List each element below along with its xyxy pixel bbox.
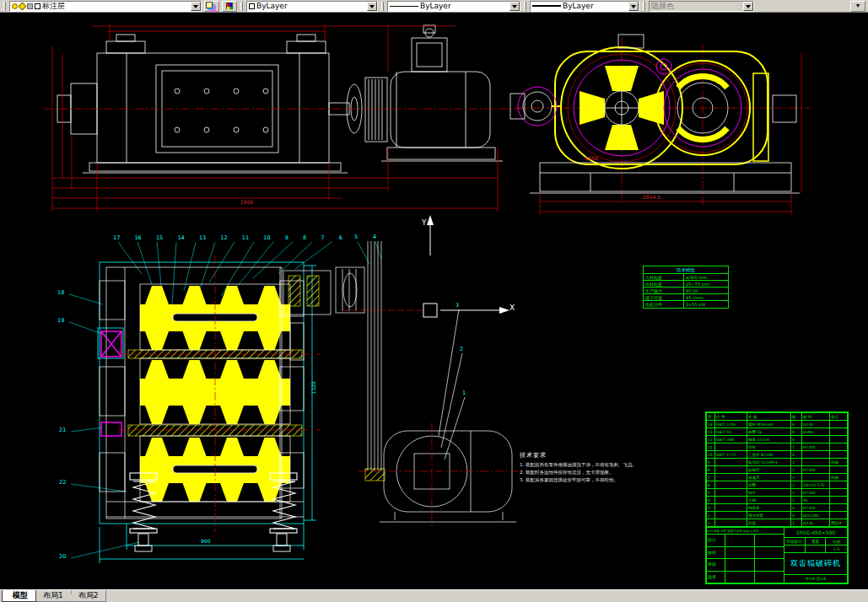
bom-row: 9 电动机 Y225M-4 1 外购 bbox=[707, 459, 847, 466]
layer-properties-button[interactable] bbox=[204, 1, 219, 12]
part-callout: 1 bbox=[462, 390, 466, 396]
autocad-window: 标注层 ByLayer ByLayer ByLayer 随颜色 ▾ bbox=[0, 0, 868, 602]
spec-row: 出料粒度 25~75 mm bbox=[644, 281, 728, 288]
toolbar-overflow-button[interactable]: ▾ bbox=[850, 1, 865, 12]
layer-combo[interactable]: 标注层 bbox=[9, 1, 202, 12]
stage-label: 阶段标记 bbox=[784, 538, 806, 546]
part-callout: 6 bbox=[339, 234, 342, 241]
bom-note bbox=[830, 497, 847, 503]
tab-layout2[interactable]: 布局2 bbox=[67, 590, 107, 602]
dropdown-arrow-icon bbox=[743, 2, 753, 11]
bom-row: 14 GB/T 5782 螺栓 M16×60 8 Q235 bbox=[707, 421, 847, 428]
tab-layout1[interactable]: 布局1 bbox=[32, 590, 72, 602]
bom-note bbox=[830, 512, 847, 519]
signature-date-cell bbox=[755, 559, 784, 571]
bom-no: 4 bbox=[707, 497, 715, 503]
bom-note: 外购 bbox=[830, 474, 847, 481]
bom-header-row: 序 代 号 名 称 数 材 料 备注 bbox=[707, 413, 847, 421]
layout-tab-bar: 模型 布局1 布局2 bbox=[0, 589, 868, 602]
bom-code bbox=[715, 512, 747, 519]
dropdown-arrow-icon[interactable] bbox=[509, 2, 520, 11]
bom-qty: 1 bbox=[791, 519, 802, 526]
weight-label: 重量 bbox=[806, 538, 827, 546]
spec-table: 技术特性 入料粒度 ≤300 mm 出料粒度 25~75 mm 生产能力 bbox=[643, 266, 729, 309]
bom-note bbox=[830, 421, 847, 427]
layer-on-icon[interactable] bbox=[12, 3, 18, 9]
bom-qty: 1 bbox=[791, 474, 802, 481]
dropdown-arrow-icon[interactable] bbox=[628, 2, 639, 11]
color-control-combo[interactable]: ByLayer bbox=[246, 1, 378, 12]
bom-no: 1 bbox=[707, 519, 715, 526]
toolbar-grip[interactable] bbox=[240, 2, 243, 11]
bom-code bbox=[715, 459, 747, 465]
bom-no: 12 bbox=[707, 436, 715, 443]
spec-value: 45 r/min bbox=[684, 294, 728, 301]
model-space-canvas[interactable]: Y X 1500 2014.5 Φ650 900 1320 1716151413… bbox=[0, 13, 868, 589]
bom-name: 缓冲弹簧 bbox=[747, 512, 791, 519]
section-view bbox=[69, 242, 385, 563]
toolbar-grip[interactable] bbox=[381, 2, 384, 11]
part-callout: 11 bbox=[242, 234, 249, 241]
signature-row: 审核 bbox=[707, 559, 784, 572]
plotstyle-control-combo: 随颜色 bbox=[649, 1, 754, 12]
bom-mat bbox=[802, 451, 830, 458]
technical-note-line: 2. 装配时各运动件应转动灵活，无卡滞现象。 bbox=[520, 469, 661, 476]
linetype-control-combo[interactable]: ByLayer bbox=[387, 1, 520, 12]
revision-header: 标记 处数 分区 更改文件号 签名 年月日 bbox=[707, 528, 784, 535]
bom-name: 联轴器 bbox=[747, 466, 791, 473]
bom-no: 6 bbox=[707, 481, 715, 488]
dropdown-arrow-icon[interactable] bbox=[191, 2, 201, 11]
weight-value bbox=[806, 546, 827, 553]
signature-date-cell bbox=[755, 535, 784, 546]
linetype-sample-icon bbox=[390, 6, 418, 7]
dropdown-arrow-icon[interactable] bbox=[367, 2, 377, 11]
bom-note: 外购 bbox=[830, 459, 847, 465]
spec-value: 85 t/h bbox=[684, 288, 728, 294]
bom-header-no: 序 bbox=[707, 413, 715, 420]
current-color-swatch bbox=[249, 3, 255, 9]
bom-no: 2 bbox=[707, 512, 715, 519]
toolbar-grip[interactable] bbox=[3, 2, 6, 11]
bom-row: 8 联轴器 1 HT200 bbox=[707, 466, 847, 474]
bom-header-note: 备注 bbox=[830, 413, 847, 420]
signature-name-cell bbox=[725, 572, 755, 583]
bom-name: 轴承座 bbox=[747, 504, 791, 511]
title-block: 序 代 号 名 称 数 材 料 备注 14 GB/T 5782 螺栓 M16×6… bbox=[705, 411, 849, 584]
title-labels-row: 阶段标记 重量 比例 bbox=[784, 538, 847, 546]
signature-row: 校核 bbox=[707, 547, 784, 560]
signature-label: 审核 bbox=[707, 559, 725, 571]
tab-model[interactable]: 模型 bbox=[2, 590, 36, 602]
bom-name: 三角带 B2240 bbox=[747, 451, 791, 458]
spec-name: 生产能力 bbox=[644, 288, 684, 294]
bom-mat: 65Mn bbox=[802, 428, 830, 435]
lineweight-control-combo[interactable]: ByLayer bbox=[530, 1, 639, 12]
bom-mat bbox=[802, 474, 830, 481]
spec-name: 出料粒度 bbox=[644, 281, 684, 288]
signature-label: 设计 bbox=[707, 535, 725, 546]
part-callout: 3 bbox=[456, 303, 459, 309]
layer-lock-icon[interactable] bbox=[27, 3, 33, 9]
color-combo-value: ByLayer bbox=[256, 2, 365, 10]
layer-freeze-icon[interactable] bbox=[19, 2, 27, 10]
bom-no: 7 bbox=[707, 474, 715, 481]
layer-colors-icon bbox=[226, 3, 233, 9]
make-layer-current-button[interactable] bbox=[222, 1, 237, 12]
callout-row-top: 17161514131211109876 bbox=[113, 234, 342, 241]
part-callout: 22 bbox=[59, 480, 66, 486]
bom-no: 11 bbox=[707, 443, 715, 450]
toolbar-grip[interactable] bbox=[524, 2, 526, 11]
stage-value bbox=[784, 546, 806, 553]
bom-qty: 4 bbox=[791, 504, 802, 511]
plotstyle-combo-value: 随颜色 bbox=[651, 1, 741, 12]
dim-roller-dia: Φ650 bbox=[585, 156, 598, 161]
object-properties-toolbar: 标注层 ByLayer ByLayer ByLayer 随颜色 ▾ bbox=[0, 0, 868, 13]
signature-area: 标记 处数 分区 更改文件号 签名 年月日 设计 校核 bbox=[707, 528, 784, 583]
toolbar-grip[interactable] bbox=[643, 2, 645, 11]
signature-rows: 设计 校核 审核 bbox=[707, 535, 784, 583]
bom-no: 14 bbox=[707, 421, 715, 427]
part-callout: 7 bbox=[321, 234, 324, 241]
technical-notes-title: 技术要求 bbox=[520, 451, 661, 460]
bom-row: 2 缓冲弹簧 4 60Si2Mn bbox=[707, 512, 847, 519]
bom-row: 4 主轴 2 45 bbox=[707, 497, 847, 504]
bom-qty: 2 bbox=[791, 497, 802, 503]
